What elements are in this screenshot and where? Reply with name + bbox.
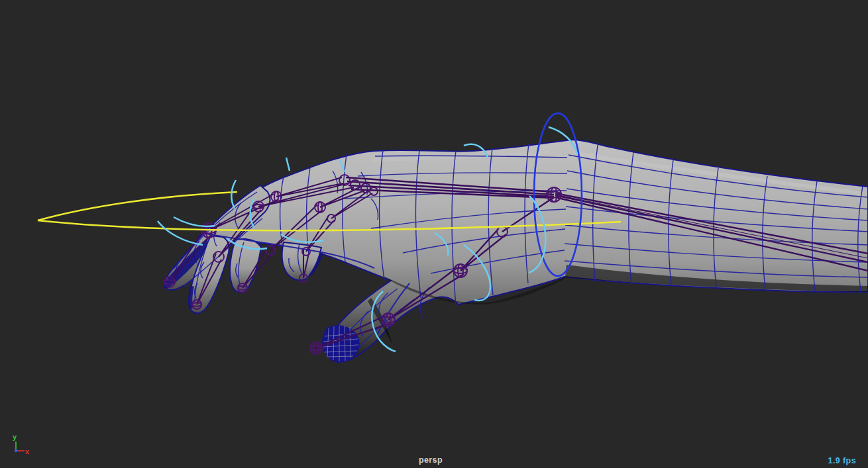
hand-model[interactable]: [164, 140, 868, 362]
viewport-persp[interactable]: persp 1.9 fps y x: [0, 0, 868, 468]
hud: persp 1.9 fps: [419, 455, 856, 465]
fps-counter: 1.9 fps: [828, 456, 856, 465]
scene-3d[interactable]: persp 1.9 fps y x: [0, 0, 868, 468]
view-axis-gizmo: y x: [13, 433, 30, 455]
y-axis-label: y: [13, 433, 17, 441]
z-axis-dot: [15, 449, 17, 452]
x-axis-label: x: [25, 447, 30, 455]
camera-name-label: persp: [419, 455, 443, 465]
